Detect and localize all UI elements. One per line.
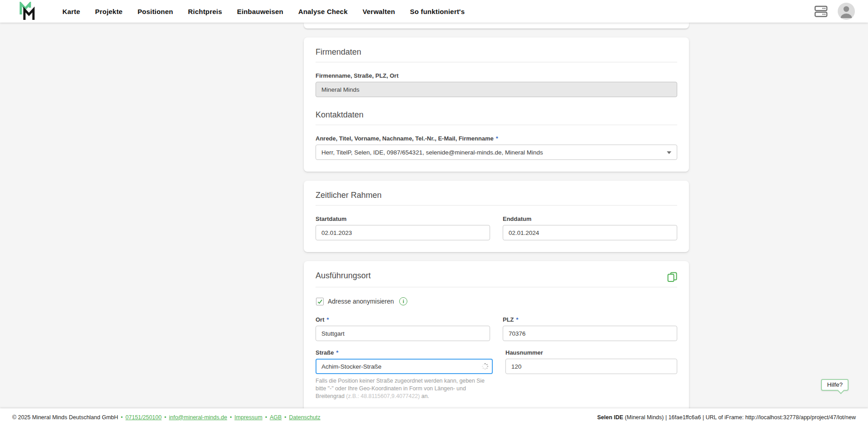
previous-card-partial [304, 23, 689, 28]
strasse-field: Straße * [316, 349, 493, 400]
contact-select[interactable]: Herr, TitelP, Selen, IDE, 0987/654321, s… [316, 145, 677, 160]
anonymize-checkbox[interactable] [316, 298, 324, 305]
footer-link-phone[interactable]: 07151/250100 [126, 414, 162, 421]
footer-separator: • [230, 414, 231, 421]
divider [316, 125, 677, 125]
loading-spinner-icon [481, 363, 489, 372]
main-nav: Karte Projekte Positionen Richtpreis Ein… [62, 8, 465, 15]
footer-link-agb[interactable]: AGB [270, 414, 282, 421]
enddatum-field: Enddatum [503, 215, 677, 240]
required-asterisk: * [327, 316, 329, 323]
plz-label: PLZ [503, 316, 514, 323]
enddatum-input[interactable] [503, 225, 677, 240]
required-asterisk: * [516, 316, 519, 323]
footer-left: © 2025 Mineral Minds Deutschland GmbH • … [12, 414, 321, 421]
ide-name: Selen IDE [597, 414, 623, 421]
startdatum-input[interactable] [316, 225, 490, 240]
footer-copyright: © 2025 Mineral Minds Deutschland GmbH [12, 414, 118, 421]
strasse-helper-text: Falls die Position keiner Straße zugeord… [316, 377, 493, 400]
copy-icon[interactable] [667, 272, 677, 282]
footer-link-datenschutz[interactable]: Datenschutz [289, 414, 320, 421]
company-info-field: Firmenname, Straße, PLZ, Ort [316, 72, 677, 97]
checkmark-icon [317, 299, 323, 304]
startdatum-label: Startdatum [316, 215, 347, 222]
card-firmendaten: Firmendaten Firmenname, Straße, PLZ, Ort… [304, 37, 689, 172]
app-footer: © 2025 Mineral Minds Deutschland GmbH • … [0, 408, 868, 426]
content-area: Firmendaten Firmenname, Straße, PLZ, Ort… [304, 23, 689, 426]
geo-coords-example: (z.B.: 48.8115607,9.4077422) [346, 393, 420, 399]
card-zeitlicher-rahmen: Zeitlicher Rahmen Startdatum Enddatum [304, 181, 689, 252]
card-ausfuehrungsort: Ausführungsort Adresse anonymisieren i [304, 261, 689, 412]
card-title-kontaktdaten: Kontaktdaten [316, 110, 677, 120]
card-title-firmendaten: Firmendaten [316, 47, 677, 57]
server-stack-icon[interactable] [814, 5, 828, 18]
nav-item-karte[interactable]: Karte [62, 8, 80, 15]
plz-input[interactable] [503, 326, 677, 341]
footer-separator: • [284, 414, 286, 421]
info-icon[interactable]: i [399, 297, 407, 305]
footer-separator: • [265, 414, 267, 421]
nav-item-einbauweisen[interactable]: Einbauweisen [237, 8, 283, 15]
contact-field: Anrede, Titel, Vorname, Nachname, Tel.-N… [316, 135, 677, 160]
nav-item-projekte[interactable]: Projekte [95, 8, 123, 15]
card-title-ausfuehrungsort: Ausführungsort [316, 271, 371, 281]
company-info-label: Firmenname, Straße, PLZ, Ort [316, 72, 399, 79]
footer-separator: • [164, 414, 166, 421]
mineral-minds-logo-icon [19, 2, 37, 21]
footer-separator: • [121, 414, 123, 421]
anonymize-row: Adresse anonymisieren i [316, 297, 677, 305]
iframe-url-text: (Mineral Minds) | 16fae1ffc6a6 | URL of … [623, 414, 856, 421]
app-header: Karte Projekte Positionen Richtpreis Ein… [0, 0, 868, 23]
nav-item-positionen[interactable]: Positionen [137, 8, 173, 15]
footer-link-impressum[interactable]: Impressum [235, 414, 263, 421]
divider [316, 62, 677, 62]
user-avatar[interactable] [838, 3, 855, 20]
divider [316, 287, 677, 287]
ort-field: Ort * [316, 316, 490, 341]
chevron-down-icon [667, 151, 671, 154]
required-asterisk: * [336, 349, 338, 356]
anonymize-label: Adresse anonymisieren [328, 298, 394, 305]
header-right [814, 3, 855, 20]
required-asterisk: * [496, 135, 498, 142]
enddatum-label: Enddatum [503, 215, 532, 222]
nav-item-so-funktionierts[interactable]: So funktioniert's [410, 8, 465, 15]
contact-label: Anrede, Titel, Vorname, Nachname, Tel.-N… [316, 135, 494, 142]
help-button[interactable]: Hilfe? [821, 379, 849, 391]
hausnummer-input[interactable] [505, 359, 677, 374]
startdatum-field: Startdatum [316, 215, 490, 240]
strasse-input[interactable] [316, 359, 493, 374]
card-title-zeitlicher-rahmen: Zeitlicher Rahmen [316, 191, 677, 200]
nav-item-analyse-check[interactable]: Analyse Check [298, 8, 348, 15]
hausnummer-field: Hausnummer [505, 349, 677, 400]
footer-link-email[interactable]: info@mineral-minds.de [169, 414, 227, 421]
ort-input[interactable] [316, 326, 490, 341]
hausnummer-label: Hausnummer [505, 349, 543, 356]
user-avatar-icon [838, 3, 855, 20]
footer-debug-info: Selen IDE (Mineral Minds) | 16fae1ffc6a6… [597, 414, 856, 421]
company-info-input [316, 82, 677, 97]
divider [316, 205, 677, 206]
brand-logo[interactable] [19, 2, 37, 21]
nav-item-verwalten[interactable]: Verwalten [363, 8, 395, 15]
plz-field: PLZ * [503, 316, 677, 341]
contact-select-value: Herr, TitelP, Selen, IDE, 0987/654321, s… [321, 149, 543, 156]
nav-item-richtpreis[interactable]: Richtpreis [188, 8, 222, 15]
ort-label: Ort [316, 316, 325, 323]
strasse-label: Straße [316, 349, 334, 356]
